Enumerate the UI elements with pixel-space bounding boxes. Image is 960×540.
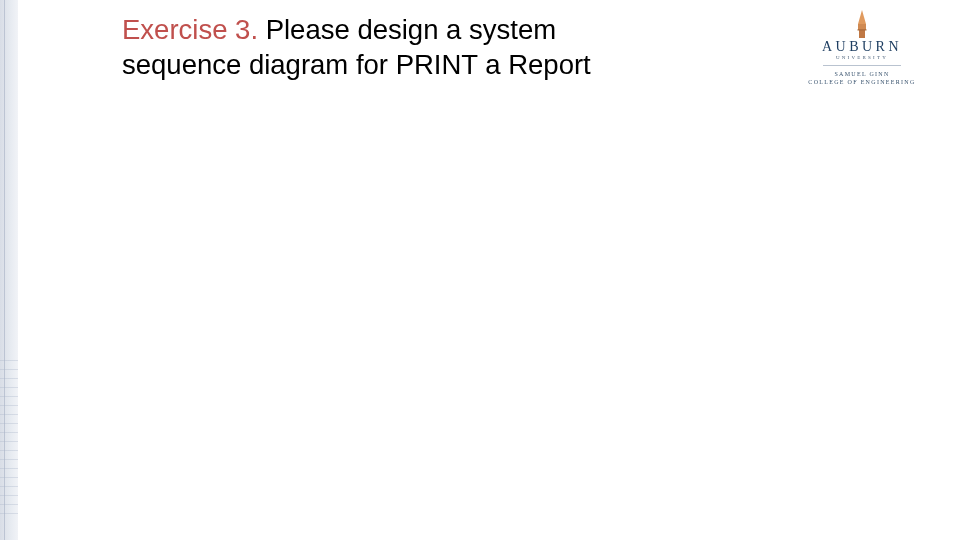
slide-left-decoration xyxy=(0,0,18,540)
auburn-subwordmark: UNIVERSITY xyxy=(802,55,922,60)
auburn-logo-block: AUBURN UNIVERSITY SAMUEL GINN COLLEGE OF… xyxy=(802,10,922,86)
svg-rect-3 xyxy=(858,29,867,30)
svg-rect-1 xyxy=(858,24,866,30)
auburn-wordmark: AUBURN xyxy=(802,40,922,54)
title-accent: Exercise 3. xyxy=(122,14,266,45)
college-name: SAMUEL GINN COLLEGE OF ENGINEERING xyxy=(802,70,922,86)
svg-marker-2 xyxy=(858,10,866,24)
college-line-1: SAMUEL GINN xyxy=(802,70,922,78)
auburn-tower-icon xyxy=(855,10,869,38)
svg-rect-0 xyxy=(859,30,865,38)
logo-divider xyxy=(823,65,901,66)
decoration-rule-lines xyxy=(0,360,18,520)
college-line-2: COLLEGE OF ENGINEERING xyxy=(802,78,922,86)
slide-title: Exercise 3. Please design a system seque… xyxy=(122,12,642,82)
